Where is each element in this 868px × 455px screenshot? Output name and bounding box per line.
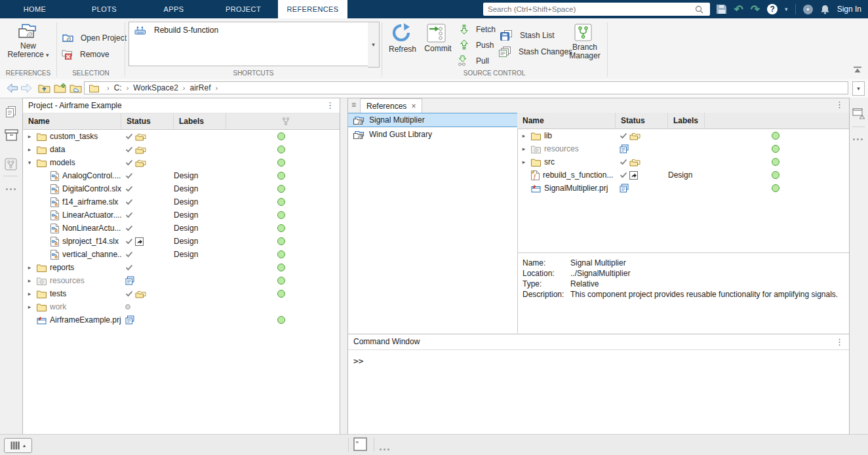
table-row[interactable]: ▸resources (23, 274, 340, 287)
panel-layout-button[interactable]: ▴ (4, 438, 32, 453)
item-name: vertical_channe... (62, 250, 121, 259)
sign-in-link[interactable]: Sign In (837, 5, 861, 14)
green-dot-icon (772, 171, 779, 179)
open-project-button[interactable]: Open Project (62, 33, 127, 43)
refresh-button[interactable]: Refresh (384, 22, 421, 54)
remove-button[interactable]: Remove (62, 49, 109, 60)
branch-status-cell (705, 158, 849, 166)
run-checks-panel-icon[interactable] (852, 107, 866, 122)
cloud-folder-icon[interactable] (69, 83, 82, 96)
new-reference-label: New Reference (7, 41, 43, 59)
ribbon-tab-apps[interactable]: APPS (139, 0, 208, 18)
section-label-source-control: SOURCE CONTROL (383, 69, 606, 77)
save-icon[interactable] (716, 4, 727, 14)
ribbon-tab-home[interactable]: HOME (0, 0, 69, 18)
table-row[interactable]: ▸reports (23, 261, 340, 274)
help-icon[interactable]: ? (767, 4, 778, 14)
table-row[interactable]: ▸resources (517, 142, 849, 155)
command-prompt[interactable]: >> (348, 350, 849, 372)
stash-list-button[interactable]: Stash List (500, 30, 555, 41)
breadcrumb-item[interactable]: airRef (190, 83, 211, 92)
panel-menu-icon[interactable]: ⋮ (326, 98, 334, 113)
column-header-name[interactable]: Name (517, 113, 616, 129)
table-row[interactable]: frebuild_s_function...Design (517, 168, 849, 182)
folder-icon (89, 84, 99, 92)
table-row[interactable]: ▸lib (517, 129, 849, 142)
panel-menu-icon[interactable]: ⋮ (835, 100, 844, 109)
more-tools-icon[interactable] (380, 443, 382, 452)
collapse-ribbon-icon[interactable] (852, 66, 863, 75)
account-menu-icon[interactable]: ▾ (803, 5, 813, 14)
table-row[interactable]: f14_airframe.slxDesign (23, 195, 340, 208)
help-caret-icon[interactable]: ▾ (785, 6, 788, 12)
address-dropdown[interactable]: ▾ (852, 81, 865, 96)
commit-button[interactable]: Commit (420, 24, 456, 53)
branch-manager-icon (574, 24, 592, 41)
branch-status-cell (226, 185, 340, 193)
table-row[interactable]: ▸data (23, 143, 340, 156)
files-panel-icon[interactable] (5, 106, 17, 120)
branches-panel-icon[interactable] (5, 158, 17, 172)
shortcut-rebuild-s-function[interactable]: Rebuild S-function (129, 22, 368, 38)
undo-icon[interactable]: ↶ (734, 4, 743, 15)
table-row[interactable]: ▸tests (23, 287, 340, 300)
more-panels-icon[interactable] (6, 183, 8, 192)
column-header-labels[interactable]: Labels (174, 113, 226, 129)
new-reference-button[interactable]: New Reference ▾ (2, 22, 54, 60)
column-header-name[interactable]: Name (23, 113, 121, 129)
push-button[interactable]: Push (460, 39, 494, 50)
reference-list-item[interactable]: Wind Gust Library (348, 127, 517, 142)
more-panels-icon[interactable] (853, 133, 855, 142)
table-row[interactable]: slproject_f14.slxDesign (23, 235, 340, 248)
table-row[interactable]: ▸custom_tasks (23, 130, 340, 143)
refresh-label: Refresh (389, 45, 416, 54)
breadcrumb[interactable]: ›C:›WorkSpace2›airRef› (84, 81, 848, 94)
project-panel-title: Project - Airframe Example (28, 101, 122, 110)
shortcuts-gallery-dropdown[interactable]: ▾ (368, 22, 380, 68)
ribbon-tab-references[interactable]: REFERENCES (278, 0, 347, 18)
up-one-level-icon[interactable] (38, 83, 50, 96)
table-row[interactable]: DigitalControl.slxDesign (23, 182, 340, 195)
stack-icon (620, 184, 629, 193)
pull-button[interactable]: Pull (458, 55, 489, 66)
browse-folder-icon[interactable] (54, 83, 66, 96)
table-row[interactable]: NonLinearActu...Design (23, 222, 340, 235)
close-icon[interactable]: × (411, 100, 416, 113)
command-window-toggle-button[interactable]: » (353, 437, 368, 454)
column-header-status[interactable]: Status (121, 113, 174, 129)
status-cell (121, 251, 174, 258)
notifications-bell-icon[interactable] (820, 4, 830, 14)
reference-list-item[interactable]: Signal Multiplier (348, 113, 517, 127)
column-header-status[interactable]: Status (616, 113, 668, 129)
ribbon-tab-plots[interactable]: PLOTS (69, 0, 139, 18)
reference-name: Wind Gust Library (369, 130, 432, 139)
table-row[interactable]: vertical_channe...Design (23, 248, 340, 261)
table-row[interactable]: ▸src (517, 155, 849, 168)
column-header-labels[interactable]: Labels (668, 113, 705, 129)
ribbon-tab-project[interactable]: PROJECT (208, 0, 278, 18)
section-label-shortcuts: SHORTCUTS (125, 69, 382, 77)
table-row[interactable]: ▾models (23, 156, 340, 169)
table-row[interactable]: AnalogControl....Design (23, 169, 340, 182)
tab-list-icon[interactable]: ≡ (351, 100, 356, 109)
forward-icon[interactable] (20, 83, 33, 96)
global-search[interactable] (483, 3, 710, 16)
breadcrumb-item[interactable]: WorkSpace2 (133, 83, 178, 92)
panel-menu-icon[interactable]: ⋮ (835, 334, 844, 349)
back-icon[interactable] (6, 83, 18, 96)
table-row[interactable]: AirframeExample.prj (23, 313, 340, 326)
search-input[interactable] (483, 5, 695, 13)
branch-manager-button[interactable]: Branch Manager (565, 24, 604, 60)
fetch-label: Fetch (476, 25, 496, 34)
breadcrumb-item[interactable]: C: (114, 83, 122, 92)
stash-changes-button[interactable]: Stash Changes (499, 47, 572, 57)
table-row[interactable]: SignalMultiplier.prj (517, 182, 849, 195)
table-row[interactable]: ▸work (23, 300, 340, 313)
table-row[interactable]: LinearActuator....Design (23, 208, 340, 222)
project-panel-icon[interactable] (5, 129, 18, 143)
tab-references[interactable]: References × (360, 98, 422, 113)
column-header-branch[interactable] (226, 113, 340, 129)
redo-icon[interactable]: ↷ (751, 4, 760, 15)
push-label: Push (476, 41, 494, 50)
fetch-button[interactable]: Fetch (460, 24, 496, 35)
